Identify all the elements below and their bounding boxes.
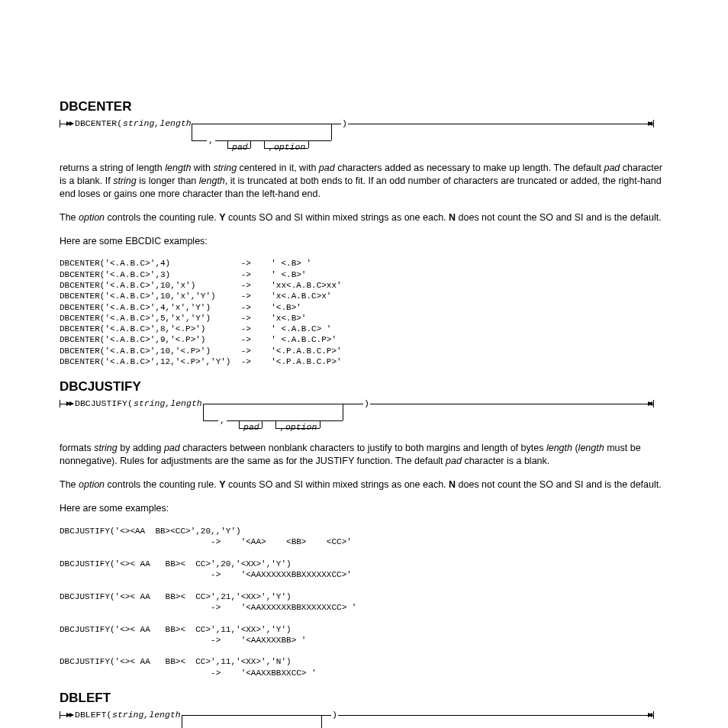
pad-label: pad [232, 142, 248, 152]
func-name: DBLEFT( [75, 710, 111, 720]
pad-label: pad [243, 422, 259, 432]
dbcenter-examples: DBCENTER('<.A.B.C>',4) -> ' <.B> ' DBCEN… [60, 258, 668, 367]
dbcenter-syntax-diagram: DBCENTER( string,length , pad ,option ) [60, 118, 668, 154]
func-args: string,length [112, 710, 181, 720]
close-paren: ) [342, 118, 347, 128]
dbcjustify-examples: DBCJUSTIFY('<><AA BB><CC>',20,,'Y') -> '… [60, 526, 668, 678]
func-name: DBCJUSTIFY( [75, 398, 133, 408]
dbleft-syntax-diagram: DBLEFT( string,length , pad ,option ) [60, 709, 668, 728]
func-args: string,length [134, 398, 202, 408]
option-label: ,option [269, 142, 305, 152]
comma1: , [208, 135, 214, 145]
close-paren: ) [332, 710, 337, 720]
dbleft-heading: DBLEFT [60, 691, 668, 706]
dbcjustify-para2: The option controls the counting rule. Y… [60, 478, 668, 491]
dbcenter-heading: DBCENTER [60, 99, 668, 114]
comma1: , [220, 415, 225, 425]
dbcjustify-para1: formats string by adding pad characters … [60, 442, 668, 468]
dbcjustify-exlead: Here are some examples: [60, 502, 668, 515]
dbcjustify-syntax-diagram: DBCJUSTIFY( string,length , pad ,option … [60, 398, 668, 434]
dbcjustify-heading: DBCJUSTIFY [60, 379, 668, 395]
dbcenter-exlead: Here are some EBCDIC examples: [60, 235, 668, 248]
func-name: DBCENTER( [75, 118, 122, 128]
option-label: ,option [280, 422, 317, 432]
dbcenter-para2: The option controls the counting rule. Y… [60, 211, 668, 224]
dbcenter-para1: returns a string of length length with s… [60, 162, 668, 201]
close-paren: ) [364, 398, 369, 408]
page: DBCENTER DBCENTER( string,length , pad ,… [0, 0, 728, 728]
func-args: string,length [123, 118, 192, 128]
